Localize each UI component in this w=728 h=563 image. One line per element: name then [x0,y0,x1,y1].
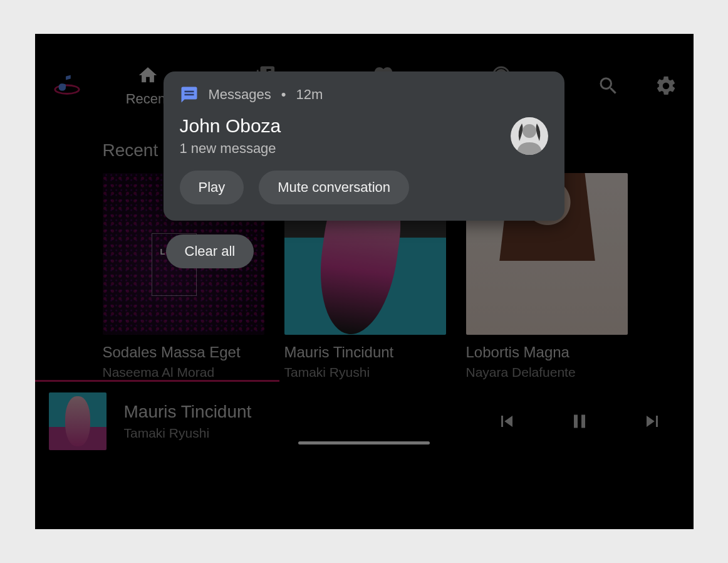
device-frame: Recent Recent LOREM So [35,34,694,529]
track-progress[interactable] [35,380,279,382]
clear-all-button[interactable]: Clear all [166,234,254,268]
app-logo [53,71,81,100]
notification-header: Messages • 12m [180,85,548,104]
play-button[interactable]: Play [180,171,244,204]
svg-rect-2 [184,94,194,96]
album-title: Mauris Tincidunt [284,344,446,361]
player-controls [496,410,694,433]
nav-actions [597,75,677,97]
album-title: Lobortis Magna [466,344,628,361]
now-playing-text: Mauris Tincidunt Tamaki Ryushi [124,402,252,441]
notification-body: John Oboza 1 new message [180,115,548,157]
notification-panel: Messages • 12m John Oboza 1 new message … [164,71,564,268]
mute-conversation-button[interactable]: Mute conversation [259,171,409,204]
svg-point-4 [523,124,536,138]
notification-card[interactable]: Messages • 12m John Oboza 1 new message … [164,71,564,221]
now-playing-bar[interactable]: Mauris Tincidunt Tamaki Ryushi [49,386,694,456]
notification-time: 12m [296,87,323,103]
skip-next-icon[interactable] [641,410,663,433]
search-icon[interactable] [597,75,620,97]
now-playing-art [49,392,107,450]
messages-app-icon [180,85,199,104]
now-playing-artist: Tamaki Ryushi [124,426,252,441]
home-icon [137,65,159,86]
notification-summary: 1 new message [180,140,511,157]
now-playing-title: Mauris Tincidunt [124,402,252,422]
notification-actions: Play Mute conversation [180,171,548,204]
album-artist: Tamaki Ryushi [284,365,446,380]
notification-sender: John Oboza [180,115,511,137]
album-title: Sodales Massa Eget [103,344,264,361]
svg-rect-1 [184,91,194,93]
album-artist: Naseema Al Morad [103,365,264,380]
notification-app-name: Messages [209,87,271,103]
pause-icon[interactable] [568,410,591,433]
svg-point-0 [55,85,78,93]
sender-avatar [511,117,548,155]
album-artist: Nayara Delafuente [466,365,628,380]
gear-icon[interactable] [655,75,677,97]
home-indicator[interactable] [298,441,430,445]
notification-separator: • [281,87,286,103]
skip-previous-icon[interactable] [496,410,518,433]
